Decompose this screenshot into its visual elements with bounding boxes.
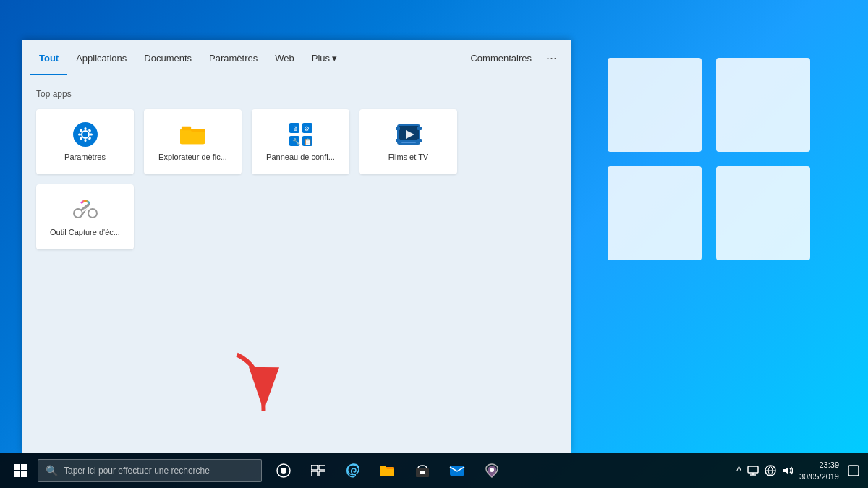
search-bar-icon: 🔍 — [46, 465, 58, 476]
svg-rect-46 — [311, 471, 318, 476]
app-card-capture[interactable]: Outil Capture d'éc... — [36, 184, 134, 249]
svg-rect-26 — [396, 127, 400, 130]
svg-rect-60 — [848, 466, 859, 476]
tabs-bar: Tout Applications Documents Paramètres W… — [22, 40, 571, 77]
panel-content: Top apps — [22, 77, 571, 453]
mail-icon[interactable] — [441, 455, 473, 487]
app-label-panneau: Panneau de confi... — [266, 152, 335, 162]
more-options-icon[interactable]: ··· — [540, 45, 563, 72]
svg-rect-54 — [748, 466, 758, 473]
task-view-icon[interactable] — [302, 455, 334, 487]
tab-applications[interactable]: Applications — [67, 41, 135, 75]
taskbar-icons — [268, 455, 508, 487]
svg-rect-3 — [716, 166, 810, 260]
tab-web[interactable]: Web — [266, 41, 303, 75]
app-icon-explorateur — [180, 121, 206, 147]
chevron-down-icon: ▾ — [332, 53, 337, 64]
system-tray: ^ — [731, 459, 865, 483]
svg-rect-38 — [14, 464, 20, 470]
svg-rect-28 — [417, 127, 422, 130]
clock-date: 30/05/2019 — [799, 471, 839, 483]
svg-rect-51 — [420, 471, 425, 474]
tab-parametres[interactable]: Paramètres — [200, 41, 266, 75]
tray-chevron-icon[interactable]: ^ — [736, 465, 741, 476]
svg-rect-29 — [417, 139, 422, 142]
app-card-films[interactable]: Films et TV — [359, 109, 457, 174]
svg-rect-7 — [78, 133, 81, 135]
app-icon-parametres — [72, 121, 98, 147]
search-bar-placeholder: Taper ici pour effectuer une recherche — [64, 466, 210, 476]
pin-app-icon[interactable] — [476, 455, 508, 487]
tab-plus[interactable]: Plus ▾ — [303, 41, 346, 75]
app-label-films: Films et TV — [388, 152, 428, 162]
svg-rect-41 — [21, 471, 27, 477]
svg-rect-0 — [608, 58, 702, 152]
svg-rect-27 — [396, 139, 400, 142]
app-label-capture: Outil Capture d'éc... — [50, 227, 120, 237]
app-icon-films — [396, 121, 422, 147]
app-grid: Paramètres Explorateur de fic... — [36, 109, 557, 249]
svg-rect-40 — [14, 471, 20, 477]
svg-rect-39 — [21, 464, 27, 470]
app-icon-panneau: 🖥 ⚙ 🔧 📋 — [288, 121, 314, 147]
store-icon[interactable] — [407, 455, 438, 487]
cortana-icon[interactable] — [268, 455, 299, 487]
app-card-panneau[interactable]: 🖥 ⚙ 🔧 📋 Panneau de confi... — [252, 109, 349, 174]
app-card-explorateur[interactable]: Explorateur de fic... — [144, 109, 242, 174]
tab-tout[interactable]: Tout — [30, 41, 67, 75]
tray-globe-icon[interactable] — [765, 465, 776, 476]
svg-point-53 — [490, 468, 494, 472]
start-button[interactable] — [3, 453, 38, 488]
svg-text:🖥: 🖥 — [292, 125, 299, 132]
tray-network-icon[interactable] — [747, 466, 759, 476]
svg-rect-47 — [319, 471, 326, 476]
svg-rect-8 — [90, 133, 93, 135]
svg-point-43 — [281, 468, 286, 474]
svg-rect-2 — [608, 166, 702, 260]
svg-text:📋: 📋 — [304, 137, 312, 146]
section-title: Top apps — [36, 89, 557, 99]
app-label-explorateur: Explorateur de fic... — [158, 152, 227, 162]
app-label-parametres: Paramètres — [64, 152, 106, 162]
taskbar-search-bar[interactable]: 🔍 Taper ici pour effectuer une recherche — [38, 459, 262, 482]
svg-rect-45 — [319, 465, 326, 470]
clock-time: 23:39 — [799, 459, 839, 471]
svg-rect-5 — [84, 127, 86, 130]
tab-commentaires[interactable]: Commentaires — [461, 41, 540, 75]
tab-documents[interactable]: Documents — [135, 41, 200, 75]
file-explorer-taskbar-icon[interactable] — [372, 455, 404, 487]
svg-rect-1 — [716, 58, 810, 152]
edge-icon[interactable] — [337, 455, 369, 487]
svg-marker-59 — [783, 467, 788, 474]
svg-rect-15 — [181, 126, 190, 130]
clock[interactable]: 23:39 30/05/2019 — [799, 459, 839, 483]
app-icon-capture — [72, 197, 98, 223]
search-panel: Tout Applications Documents Paramètres W… — [22, 40, 571, 453]
svg-rect-6 — [84, 139, 86, 142]
taskbar: 🔍 Taper ici pour effectuer une recherche — [0, 453, 868, 488]
svg-rect-52 — [450, 466, 464, 476]
svg-point-33 — [88, 209, 97, 218]
desktop: Tout Applications Documents Paramètres W… — [0, 0, 868, 488]
svg-rect-44 — [311, 465, 318, 470]
app-card-parametres[interactable]: Paramètres — [36, 109, 134, 174]
svg-text:⚙: ⚙ — [304, 125, 310, 132]
svg-rect-49 — [380, 466, 386, 468]
windows-logo-desktop — [608, 58, 810, 260]
svg-rect-31 — [401, 142, 416, 143]
tray-volume-icon[interactable] — [782, 466, 793, 476]
notification-icon[interactable] — [848, 465, 859, 476]
svg-point-4 — [73, 122, 98, 147]
svg-text:🔧: 🔧 — [292, 137, 301, 146]
